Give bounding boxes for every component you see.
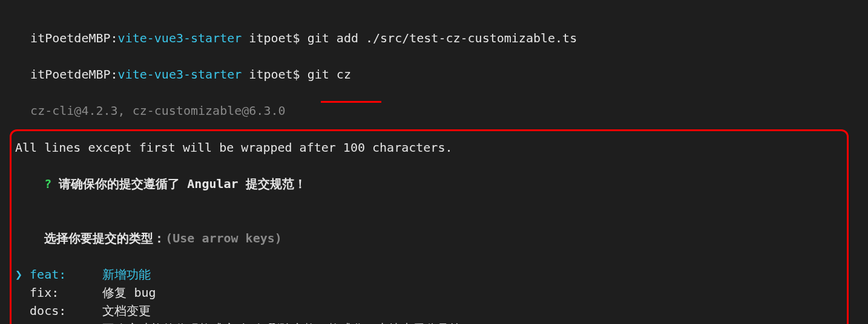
choice-type-label: docs: — [30, 302, 102, 320]
prompt-path: vite-vue3-starter — [118, 31, 242, 45]
highlighted-box: All lines except first will be wrapped a… — [10, 129, 849, 324]
choice-pointer-icon — [15, 284, 30, 302]
choice-type-label: fix: — [30, 284, 102, 302]
question-text: 请确保你的提交遵循了 Angular 提交规范！ — [51, 177, 306, 191]
command-text[interactable]: git add ./src/test-cz-customizable.ts — [307, 31, 577, 45]
prompt-path: vite-vue3-starter — [118, 67, 242, 82]
arrow-keys-hint: (Use arrow keys) — [165, 231, 282, 245]
choice-description: 新增功能 — [102, 265, 843, 284]
terminal-line-1: itPoetdeMBP:vite-vue3-starter itpoet$ gi… — [16, 11, 852, 47]
choice-type-label: style: — [30, 320, 102, 324]
choice-item[interactable]: ❯ feat:新增功能 — [15, 265, 843, 284]
choices-list[interactable]: ❯ feat:新增功能 fix:修复 bug docs:文档变更 style:不… — [15, 265, 843, 324]
wrap-info-text: All lines except first will be wrapped a… — [15, 138, 843, 157]
prompt-host: itPoetdeMBP: — [30, 67, 118, 82]
question-mark-icon: ? — [44, 177, 51, 191]
underline-line: cz-cli@4.2.3, cz-customizable@6.3.0 — [16, 83, 852, 120]
choice-item[interactable]: style:不改变功能的代码格式变动(如删除空格、格式化、去掉末尾分号等) — [15, 320, 843, 324]
choice-description: 不改变功能的代码格式变动(如删除空格、格式化、去掉末尾分号等) — [102, 320, 843, 324]
select-prompt-text: 选择你要提交的类型： — [44, 231, 165, 245]
question-line: ? 请确保你的提交遵循了 Angular 提交规范！ — [15, 157, 843, 211]
choice-pointer-icon: ❯ — [15, 265, 30, 284]
prompt-user: itpoet$ — [242, 67, 307, 82]
select-prompt-line: 选择你要提交的类型：(Use arrow keys) — [15, 211, 843, 265]
choice-item[interactable]: fix:修复 bug — [15, 284, 843, 302]
prompt-user: itpoet$ — [242, 31, 307, 45]
choice-type-label: feat: — [30, 265, 102, 284]
command-text[interactable]: git cz — [307, 67, 351, 82]
choice-item[interactable]: docs:文档变更 — [15, 302, 843, 320]
choice-description: 文档变更 — [102, 302, 843, 320]
highlight-underline-icon — [321, 101, 381, 103]
prompt-host: itPoetdeMBP: — [30, 31, 118, 45]
choice-pointer-icon — [15, 302, 30, 320]
version-text: cz-cli@4.2.3, cz-customizable@6.3.0 — [30, 103, 285, 118]
choice-description: 修复 bug — [102, 284, 843, 302]
choice-pointer-icon — [15, 320, 30, 324]
terminal-line-2: itPoetdeMBP:vite-vue3-starter itpoet$ gi… — [16, 47, 852, 83]
